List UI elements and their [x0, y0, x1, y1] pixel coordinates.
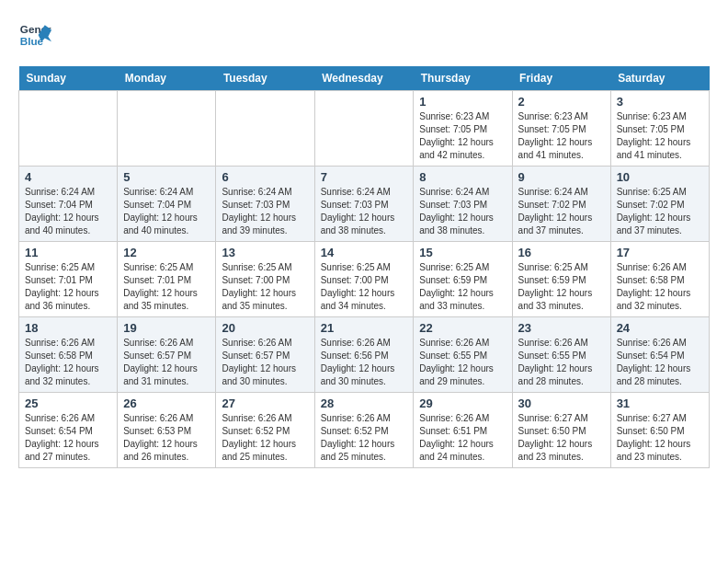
day-info: Sunrise: 6:26 AM Sunset: 6:54 PM Dayligh…	[617, 337, 703, 388]
calendar-cell: 10Sunrise: 6:25 AM Sunset: 7:02 PM Dayli…	[610, 167, 709, 242]
day-info: Sunrise: 6:24 AM Sunset: 7:04 PM Dayligh…	[123, 186, 210, 237]
calendar-cell: 3Sunrise: 6:23 AM Sunset: 7:05 PM Daylig…	[610, 91, 709, 167]
calendar-cell: 15Sunrise: 6:25 AM Sunset: 6:59 PM Dayli…	[414, 242, 512, 317]
calendar-cell	[19, 91, 118, 167]
day-number: 13	[222, 246, 308, 259]
day-info: Sunrise: 6:26 AM Sunset: 6:52 PM Dayligh…	[321, 412, 408, 464]
weekday-header-thursday: Thursday	[414, 66, 512, 91]
calendar-cell	[118, 91, 216, 167]
calendar-cell: 20Sunrise: 6:26 AM Sunset: 6:57 PM Dayli…	[216, 317, 314, 393]
day-info: Sunrise: 6:23 AM Sunset: 7:05 PM Dayligh…	[419, 110, 506, 162]
day-number: 5	[123, 170, 210, 184]
calendar-cell: 19Sunrise: 6:26 AM Sunset: 6:57 PM Dayli…	[118, 317, 216, 393]
day-info: Sunrise: 6:25 AM Sunset: 7:00 PM Dayligh…	[321, 261, 408, 313]
day-number: 29	[419, 396, 506, 410]
calendar-cell: 8Sunrise: 6:24 AM Sunset: 7:03 PM Daylig…	[414, 167, 512, 242]
day-number: 14	[321, 246, 408, 259]
weekday-header-saturday: Saturday	[610, 66, 709, 91]
calendar-cell: 1Sunrise: 6:23 AM Sunset: 7:05 PM Daylig…	[414, 91, 512, 167]
day-number: 6	[222, 170, 308, 184]
day-info: Sunrise: 6:25 AM Sunset: 6:59 PM Dayligh…	[518, 261, 605, 313]
day-number: 23	[518, 321, 605, 335]
week-row-1: 1Sunrise: 6:23 AM Sunset: 7:05 PM Daylig…	[19, 91, 710, 167]
day-number: 1	[419, 95, 506, 109]
day-number: 9	[518, 170, 605, 184]
calendar-cell: 9Sunrise: 6:24 AM Sunset: 7:02 PM Daylig…	[512, 167, 610, 242]
weekday-header-row: SundayMondayTuesdayWednesdayThursdayFrid…	[19, 66, 710, 91]
calendar-cell: 14Sunrise: 6:25 AM Sunset: 7:00 PM Dayli…	[314, 242, 414, 317]
day-number: 19	[123, 321, 210, 335]
weekday-header-sunday: Sunday	[19, 66, 118, 91]
calendar-table: SundayMondayTuesdayWednesdayThursdayFrid…	[18, 66, 710, 468]
day-number: 30	[518, 396, 605, 410]
day-number: 10	[617, 170, 703, 184]
calendar-cell: 27Sunrise: 6:26 AM Sunset: 6:52 PM Dayli…	[216, 393, 314, 468]
logo-icon: General Blue	[18, 18, 51, 52]
day-number: 25	[25, 396, 111, 410]
day-number: 20	[222, 321, 308, 335]
day-info: Sunrise: 6:25 AM Sunset: 7:00 PM Dayligh…	[222, 261, 308, 313]
calendar-cell: 6Sunrise: 6:24 AM Sunset: 7:03 PM Daylig…	[216, 167, 314, 242]
day-number: 27	[222, 396, 308, 410]
day-info: Sunrise: 6:23 AM Sunset: 7:05 PM Dayligh…	[617, 110, 703, 162]
weekday-header-monday: Monday	[118, 66, 216, 91]
calendar-cell: 2Sunrise: 6:23 AM Sunset: 7:05 PM Daylig…	[512, 91, 610, 167]
calendar-cell: 7Sunrise: 6:24 AM Sunset: 7:03 PM Daylig…	[314, 167, 414, 242]
calendar-cell: 5Sunrise: 6:24 AM Sunset: 7:04 PM Daylig…	[118, 167, 216, 242]
calendar-cell: 24Sunrise: 6:26 AM Sunset: 6:54 PM Dayli…	[610, 317, 709, 393]
day-number: 22	[419, 321, 506, 335]
day-info: Sunrise: 6:26 AM Sunset: 6:53 PM Dayligh…	[123, 412, 210, 464]
day-number: 4	[25, 170, 111, 184]
calendar-cell: 25Sunrise: 6:26 AM Sunset: 6:54 PM Dayli…	[19, 393, 118, 468]
day-info: Sunrise: 6:27 AM Sunset: 6:50 PM Dayligh…	[518, 412, 605, 464]
day-info: Sunrise: 6:24 AM Sunset: 7:02 PM Dayligh…	[518, 186, 605, 237]
day-info: Sunrise: 6:25 AM Sunset: 6:59 PM Dayligh…	[419, 261, 506, 313]
calendar-cell: 4Sunrise: 6:24 AM Sunset: 7:04 PM Daylig…	[19, 167, 118, 242]
calendar-cell: 13Sunrise: 6:25 AM Sunset: 7:00 PM Dayli…	[216, 242, 314, 317]
calendar-cell	[314, 91, 414, 167]
day-info: Sunrise: 6:25 AM Sunset: 7:01 PM Dayligh…	[123, 261, 210, 313]
day-info: Sunrise: 6:24 AM Sunset: 7:03 PM Dayligh…	[222, 186, 308, 237]
day-number: 16	[518, 246, 605, 259]
day-number: 18	[25, 321, 111, 335]
day-number: 28	[321, 396, 408, 410]
calendar-cell: 16Sunrise: 6:25 AM Sunset: 6:59 PM Dayli…	[512, 242, 610, 317]
calendar-cell: 23Sunrise: 6:26 AM Sunset: 6:55 PM Dayli…	[512, 317, 610, 393]
calendar-cell: 18Sunrise: 6:26 AM Sunset: 6:58 PM Dayli…	[19, 317, 118, 393]
day-info: Sunrise: 6:24 AM Sunset: 7:03 PM Dayligh…	[321, 186, 408, 237]
day-number: 26	[123, 396, 210, 410]
calendar-cell: 12Sunrise: 6:25 AM Sunset: 7:01 PM Dayli…	[118, 242, 216, 317]
week-row-3: 11Sunrise: 6:25 AM Sunset: 7:01 PM Dayli…	[19, 242, 710, 317]
week-row-5: 25Sunrise: 6:26 AM Sunset: 6:54 PM Dayli…	[19, 393, 710, 468]
day-info: Sunrise: 6:25 AM Sunset: 7:01 PM Dayligh…	[25, 261, 111, 313]
day-info: Sunrise: 6:27 AM Sunset: 6:50 PM Dayligh…	[617, 412, 703, 464]
calendar-cell: 21Sunrise: 6:26 AM Sunset: 6:56 PM Dayli…	[314, 317, 414, 393]
day-number: 8	[419, 170, 506, 184]
day-number: 15	[419, 246, 506, 259]
day-info: Sunrise: 6:26 AM Sunset: 6:57 PM Dayligh…	[222, 337, 308, 388]
day-number: 11	[25, 246, 111, 259]
day-number: 3	[617, 95, 703, 109]
day-info: Sunrise: 6:26 AM Sunset: 6:57 PM Dayligh…	[123, 337, 210, 388]
day-number: 21	[321, 321, 408, 335]
day-number: 31	[617, 396, 703, 410]
week-row-2: 4Sunrise: 6:24 AM Sunset: 7:04 PM Daylig…	[19, 167, 710, 242]
day-number: 7	[321, 170, 408, 184]
day-info: Sunrise: 6:26 AM Sunset: 6:56 PM Dayligh…	[321, 337, 408, 388]
calendar-cell: 17Sunrise: 6:26 AM Sunset: 6:58 PM Dayli…	[610, 242, 709, 317]
day-number: 2	[518, 95, 605, 109]
week-row-4: 18Sunrise: 6:26 AM Sunset: 6:58 PM Dayli…	[19, 317, 710, 393]
calendar-cell: 30Sunrise: 6:27 AM Sunset: 6:50 PM Dayli…	[512, 393, 610, 468]
day-info: Sunrise: 6:26 AM Sunset: 6:55 PM Dayligh…	[419, 337, 506, 388]
calendar-cell: 29Sunrise: 6:26 AM Sunset: 6:51 PM Dayli…	[414, 393, 512, 468]
weekday-header-friday: Friday	[512, 66, 610, 91]
weekday-header-wednesday: Wednesday	[314, 66, 414, 91]
calendar-cell: 28Sunrise: 6:26 AM Sunset: 6:52 PM Dayli…	[314, 393, 414, 468]
calendar-cell	[216, 91, 314, 167]
logo: General Blue	[18, 18, 51, 52]
day-number: 24	[617, 321, 703, 335]
day-number: 12	[123, 246, 210, 259]
calendar-cell: 11Sunrise: 6:25 AM Sunset: 7:01 PM Dayli…	[19, 242, 118, 317]
day-info: Sunrise: 6:26 AM Sunset: 6:58 PM Dayligh…	[25, 337, 111, 388]
day-info: Sunrise: 6:26 AM Sunset: 6:52 PM Dayligh…	[222, 412, 308, 464]
